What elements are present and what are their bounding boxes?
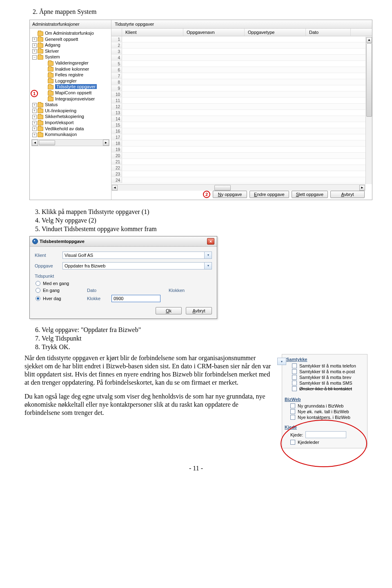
- radio-en-gang[interactable]: [36, 288, 40, 293]
- klokke-input[interactable]: [111, 295, 160, 302]
- dialog-titlebar[interactable]: Tidsbestemtoppgave ×: [30, 236, 217, 247]
- tree-sub-integrasjon[interactable]: Integrasjonsveiviser: [30, 96, 111, 102]
- tree-item-system[interactable]: −System: [30, 54, 111, 60]
- tree-sub-tidsstyrte[interactable]: Tidsstyrte oppgaver: [30, 84, 111, 90]
- table-row[interactable]: 16: [111, 128, 372, 134]
- scroll-thumb[interactable]: [39, 140, 55, 145]
- table-row[interactable]: 15: [111, 122, 372, 128]
- tree-sub-felles[interactable]: Felles registre: [30, 72, 111, 78]
- tree-sub-loggregler[interactable]: Loggregler: [30, 78, 111, 84]
- table-row[interactable]: 22: [111, 165, 372, 171]
- dialog-cancel-button[interactable]: Avbryt: [186, 307, 212, 314]
- table-row[interactable]: 13: [111, 110, 372, 116]
- tree-item-komm[interactable]: +Kommunikasjon: [30, 131, 111, 138]
- expander-icon[interactable]: +: [32, 127, 37, 131]
- table-row[interactable]: 11: [111, 98, 372, 104]
- expander-icon[interactable]: +: [32, 103, 37, 107]
- table-row[interactable]: 12: [111, 104, 372, 110]
- table-row[interactable]: 20: [111, 153, 372, 159]
- table-row[interactable]: 7: [111, 73, 372, 79]
- kjede-label: Kjede:: [290, 432, 303, 437]
- tree-item-sikkerhet[interactable]: +Sikkerhetskopiering: [30, 114, 111, 120]
- table-row[interactable]: 4: [111, 55, 372, 61]
- table-row[interactable]: 17: [111, 134, 372, 140]
- scroll-left-icon[interactable]: ◄: [32, 140, 38, 146]
- checkbox[interactable]: [290, 440, 295, 445]
- checkbox[interactable]: [292, 386, 297, 391]
- table-row[interactable]: 8: [111, 79, 372, 85]
- table-row[interactable]: 24: [111, 177, 372, 183]
- col-dato[interactable]: Dato: [306, 29, 351, 36]
- cancel-button[interactable]: Avbryt: [330, 191, 365, 198]
- scroll-left-icon[interactable]: ◄: [112, 185, 118, 191]
- chevron-down-icon[interactable]: ▾: [205, 262, 212, 270]
- kjede-title: Kjede: [285, 425, 365, 430]
- expander-icon[interactable]: +: [32, 133, 37, 137]
- tree-sub-mapiconn[interactable]: MapiConn oppsett: [30, 90, 111, 96]
- oppgave-combo[interactable]: ▾: [62, 262, 212, 270]
- chevron-down-icon[interactable]: ▾: [277, 358, 286, 365]
- expander-icon[interactable]: +: [32, 43, 37, 48]
- table-row[interactable]: 14: [111, 116, 372, 122]
- klient-combo[interactable]: ▾: [62, 252, 212, 259]
- expander-icon[interactable]: +: [32, 109, 37, 113]
- checkbox[interactable]: [292, 363, 297, 368]
- new-task-button[interactable]: Ny oppgave: [213, 191, 247, 198]
- tree-sub-validering[interactable]: Valideringsregler: [30, 60, 111, 66]
- expander-icon[interactable]: +: [32, 37, 37, 42]
- tree-item-vedlikehold[interactable]: +Vedlikehold av data: [30, 126, 111, 132]
- close-icon[interactable]: ×: [207, 238, 214, 245]
- tree-view[interactable]: Om Administratorfunksjo +Generelt oppset…: [30, 29, 111, 200]
- table-row[interactable]: 18: [111, 140, 372, 147]
- klient-input[interactable]: [62, 252, 205, 259]
- edit-task-button[interactable]: Endre oppgave: [249, 191, 289, 198]
- tree-item-status[interactable]: +Status: [30, 102, 111, 108]
- ok-button[interactable]: Ok: [156, 307, 182, 314]
- table-row[interactable]: 19: [111, 147, 372, 153]
- tree-hscroll[interactable]: ◄ ►: [31, 139, 109, 146]
- expander-icon[interactable]: +: [32, 121, 37, 125]
- table-row[interactable]: 21: [111, 159, 372, 165]
- task-grid[interactable]: Klient Oppgavenavn Oppgavetype Dato 1234…: [111, 29, 372, 200]
- delete-task-button[interactable]: Slett oppgave: [292, 191, 328, 198]
- oppgave-input[interactable]: [62, 262, 205, 270]
- tree-item-generelt[interactable]: +Generelt oppsett: [30, 36, 111, 42]
- scroll-thumb[interactable]: [366, 43, 372, 117]
- checkbox[interactable]: [290, 409, 295, 414]
- table-row[interactable]: 3: [111, 49, 372, 55]
- tree-item-utinn[interactable]: +Ut-/innkopiering: [30, 108, 111, 114]
- table-row[interactable]: 9: [111, 85, 372, 91]
- checkbox[interactable]: [290, 415, 295, 420]
- scroll-up-icon[interactable]: ▲: [366, 37, 372, 43]
- tree-item-import[interactable]: +Import/eksport: [30, 120, 111, 126]
- folder-icon: [38, 31, 43, 36]
- tree-root[interactable]: Om Administratorfunksjo: [30, 30, 111, 36]
- checkbox[interactable]: [292, 369, 297, 374]
- checkbox[interactable]: [292, 375, 297, 380]
- expander-icon[interactable]: +: [32, 115, 37, 119]
- col-klient[interactable]: Klient: [122, 29, 183, 36]
- table-row[interactable]: 2: [111, 42, 372, 49]
- kjede-input[interactable]: [305, 431, 346, 438]
- scroll-right-icon[interactable]: ►: [103, 140, 109, 146]
- radio-med-en-gang[interactable]: [36, 281, 40, 286]
- table-row[interactable]: 1: [111, 36, 372, 42]
- table-row[interactable]: 5: [111, 61, 372, 67]
- tree-item-skriver[interactable]: +Skriver: [30, 48, 111, 54]
- expander-icon[interactable]: −: [32, 55, 37, 60]
- checkbox[interactable]: [290, 403, 295, 408]
- col-oppgavenavn[interactable]: Oppgavenavn: [183, 29, 245, 36]
- table-row[interactable]: 23: [111, 171, 372, 177]
- checkbox[interactable]: [292, 381, 297, 385]
- table-row[interactable]: 6: [111, 67, 372, 73]
- expander-icon[interactable]: +: [32, 49, 37, 53]
- table-row[interactable]: 10: [111, 91, 372, 98]
- tree-item-adgang[interactable]: +Adgang: [30, 42, 111, 48]
- tree-sub-inaktive[interactable]: Inaktive kolonner: [30, 66, 111, 72]
- chevron-down-icon[interactable]: ▾: [205, 252, 212, 259]
- grid-vscroll[interactable]: ▲: [365, 37, 372, 184]
- step-6: Velg oppgave: "Oppdater fra Bizweb": [42, 326, 368, 334]
- grid-body[interactable]: 123456789101112131415161718192021222324: [111, 36, 372, 183]
- col-oppgavetype[interactable]: Oppgavetype: [245, 29, 306, 36]
- radio-hver-dag[interactable]: [36, 296, 40, 301]
